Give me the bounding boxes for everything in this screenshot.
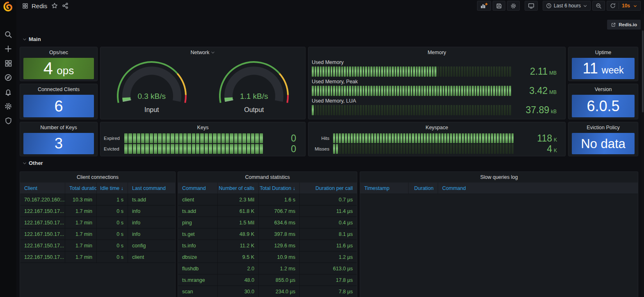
bar-cell xyxy=(331,86,333,96)
bar-cell xyxy=(365,133,367,143)
grafana-logo[interactable] xyxy=(0,0,16,16)
bar-cell xyxy=(238,144,242,154)
refresh-button[interactable]: 10s xyxy=(607,1,641,11)
bar-cell xyxy=(200,133,203,143)
panel-title[interactable]: Keyspace xyxy=(308,122,565,133)
column-header[interactable]: Idle time ↓ xyxy=(97,183,128,194)
panel-title[interactable]: Ops/sec xyxy=(20,47,97,58)
bar-cell xyxy=(421,133,423,143)
panel-connected-clients: Connected Clients 6 xyxy=(20,84,98,119)
panel-title[interactable]: Connected Clients xyxy=(20,84,97,95)
explore-icon[interactable] xyxy=(4,73,12,82)
save-dashboard-button[interactable] xyxy=(493,1,505,11)
bar-cell xyxy=(475,86,477,96)
panel-title[interactable]: Version xyxy=(569,84,638,95)
scrollbar-thumb[interactable] xyxy=(642,30,644,112)
bar-cell xyxy=(354,105,356,115)
zoom-out-button[interactable] xyxy=(592,1,605,11)
column-header[interactable]: Total duration xyxy=(65,183,97,194)
search-icon[interactable] xyxy=(4,30,12,39)
bar-cell xyxy=(196,144,199,154)
table-cell: 8.1 µs xyxy=(300,228,357,240)
bar-cell xyxy=(482,133,484,143)
cycle-view-mode-button[interactable] xyxy=(525,1,538,11)
bar-cell xyxy=(354,133,356,143)
bar-cell xyxy=(209,144,212,154)
panel-title[interactable]: Keys xyxy=(100,122,305,133)
table-cell: ts.mrange xyxy=(178,274,218,286)
panel-title[interactable]: Client connections xyxy=(20,172,175,183)
panel-title[interactable]: Network xyxy=(100,47,305,58)
bar-cell xyxy=(171,144,174,154)
alerting-icon[interactable] xyxy=(4,88,12,96)
bar-cell xyxy=(347,66,349,77)
share-icon[interactable] xyxy=(62,2,69,9)
scrollbar[interactable] xyxy=(642,14,644,297)
column-header[interactable]: Command xyxy=(178,183,218,194)
bar-cell xyxy=(336,144,338,154)
bar-cell xyxy=(418,86,420,96)
panel-number-of-keys: Number of Keys 3 xyxy=(20,122,98,156)
column-header[interactable]: Timestamp xyxy=(360,183,409,194)
panel-title[interactable]: Slow queries log xyxy=(360,172,638,183)
dashboards-icon[interactable] xyxy=(4,59,12,67)
bar-cell xyxy=(141,133,144,143)
dashboard-settings-button[interactable] xyxy=(507,1,520,11)
bar-cell xyxy=(133,144,136,154)
bar-cell xyxy=(411,86,413,96)
bar-cell xyxy=(368,105,370,115)
configuration-icon[interactable] xyxy=(4,102,12,110)
column-header[interactable]: Total Duration ↓ xyxy=(259,183,300,194)
bar-cell xyxy=(200,144,203,154)
table-cell: 0 s xyxy=(97,251,128,263)
panel-title[interactable]: Number of Keys xyxy=(20,122,97,133)
bar-cell xyxy=(222,144,225,154)
bar-cell xyxy=(234,133,238,143)
time-range-picker[interactable]: Last 6 hours xyxy=(543,1,591,11)
column-header[interactable]: Last command xyxy=(128,183,175,194)
bar-cell xyxy=(124,133,128,143)
panel-title[interactable]: Uptime xyxy=(569,47,638,58)
command-statistics-table: CommandNumber of callsTotal Duration ↓Du… xyxy=(178,183,357,297)
dashboard-title[interactable]: Redis xyxy=(32,2,47,9)
add-panel-button[interactable] xyxy=(477,1,491,11)
column-header[interactable]: Client xyxy=(20,183,65,194)
column-header[interactable]: Duration per call xyxy=(300,183,357,194)
slow-queries-table: TimestampDurationCommand xyxy=(360,183,638,297)
column-header[interactable]: Duration xyxy=(409,183,438,194)
server-admin-icon[interactable] xyxy=(4,117,12,125)
panel-title[interactable]: Command statistics xyxy=(178,172,357,183)
table-cell: 9.5 K xyxy=(218,251,259,263)
bar-cell xyxy=(395,66,397,77)
bar-cell xyxy=(496,105,498,115)
bar-cell xyxy=(333,133,335,143)
refresh-interval-label[interactable]: 10s xyxy=(622,3,630,9)
table-row: 122.167.150.17...1.7 min0 sinfo xyxy=(20,228,175,240)
bar-cell xyxy=(373,66,375,77)
panel-version: Version 6.0.5 xyxy=(568,84,638,119)
bar-cell xyxy=(247,144,250,154)
bar-cell xyxy=(421,105,423,115)
bar-cell xyxy=(349,66,351,77)
panel-title[interactable]: Memory xyxy=(308,47,565,58)
section-main[interactable]: Main xyxy=(23,36,41,42)
table-cell: 122.167.150.17... xyxy=(20,217,65,228)
bar-cell xyxy=(363,66,365,77)
bar-cell xyxy=(416,105,418,115)
star-icon[interactable] xyxy=(51,2,58,9)
table-cell: 0 s xyxy=(97,217,128,228)
table-cell: 234.0 µs xyxy=(259,286,300,297)
create-icon[interactable] xyxy=(4,45,12,53)
table-cell: 7.8 µs xyxy=(300,286,357,297)
bar-cell xyxy=(374,133,376,143)
bar-cell xyxy=(500,133,502,143)
bar-cell xyxy=(437,66,439,77)
section-other[interactable]: Other xyxy=(23,160,43,166)
bar-cell xyxy=(470,144,473,154)
column-header[interactable]: Command xyxy=(438,183,638,194)
redis-io-link[interactable]: Redis.io xyxy=(607,20,641,30)
bar-cell xyxy=(412,144,414,154)
panel-title[interactable]: Eviction Policy xyxy=(569,122,638,133)
bar-cell xyxy=(418,66,420,77)
column-header[interactable]: Number of calls xyxy=(218,183,259,194)
